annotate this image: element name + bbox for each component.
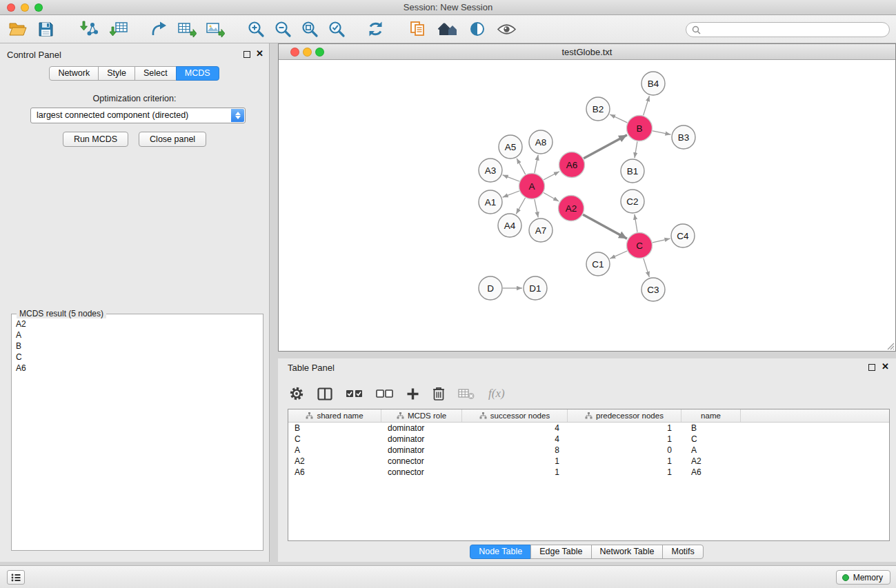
cell-shared-name[interactable]: A2 — [288, 456, 381, 466]
graphics-details-icon[interactable] — [469, 19, 486, 39]
graph-edge-A-A3[interactable] — [503, 175, 519, 181]
graph-node-C3[interactable]: C3 — [641, 278, 665, 301]
table-row[interactable]: B dominator 4 1 B — [288, 423, 889, 434]
dropdown-stepper-icon[interactable] — [231, 109, 244, 122]
close-panel-icon[interactable]: ✕ — [256, 48, 263, 59]
column-header-shared-name[interactable]: shared name — [288, 409, 381, 422]
graph-node-A1[interactable]: A1 — [479, 190, 502, 214]
graph-node-D1[interactable]: D1 — [524, 276, 547, 300]
list-item[interactable]: A6 — [16, 363, 259, 374]
graph-edge-A-A6[interactable] — [544, 172, 559, 180]
column-header-mcds-role[interactable]: MCDS role — [381, 409, 462, 422]
graph-node-C[interactable]: C — [627, 233, 653, 258]
list-item[interactable]: A2 — [16, 318, 259, 330]
function-builder-button[interactable]: f(x) — [488, 387, 505, 401]
cell-name[interactable]: B — [681, 423, 741, 433]
close-window-button[interactable] — [7, 3, 15, 12]
list-item[interactable]: B — [16, 341, 259, 352]
select-all-icon[interactable] — [346, 383, 363, 404]
minimize-view-button[interactable] — [303, 48, 312, 57]
column-header-successor-nodes[interactable]: successor nodes — [462, 409, 568, 422]
task-history-button[interactable] — [7, 570, 25, 585]
open-file-icon[interactable] — [8, 19, 28, 39]
graph-edge-C-C4[interactable] — [653, 239, 670, 243]
zoom-in-icon[interactable] — [248, 19, 265, 39]
graph-edge-C-C3[interactable] — [644, 258, 650, 277]
save-session-icon[interactable] — [38, 19, 54, 39]
graph-node-A5[interactable]: A5 — [499, 135, 522, 159]
network-window-titlebar[interactable]: testGlobe.txt — [279, 44, 895, 60]
search-input[interactable] — [701, 25, 884, 34]
graph-node-A[interactable]: A — [519, 174, 545, 199]
cell-mcds-role[interactable]: connector — [381, 467, 462, 477]
first-neighbors-icon[interactable] — [409, 19, 426, 39]
cell-mcds-role[interactable]: dominator — [381, 434, 462, 444]
close-panel-button[interactable]: Close panel — [139, 132, 206, 147]
network-graph[interactable]: B4B2BB3A8A5A6A3B1AC2A1A2A4A7C4CC1C3DD1 — [279, 61, 895, 351]
close-view-button[interactable] — [290, 48, 299, 57]
graph-node-A6[interactable]: A6 — [559, 152, 585, 178]
tab-edge-table[interactable]: Edge Table — [530, 545, 591, 559]
cell-predecessor-nodes[interactable]: 0 — [568, 445, 681, 455]
graph-node-B3[interactable]: B3 — [672, 125, 695, 149]
minimize-window-button[interactable] — [21, 3, 29, 12]
graph-edge-C-C2[interactable] — [635, 214, 637, 232]
cell-successor-nodes[interactable]: 1 — [462, 467, 568, 477]
graph-edge-B-B2[interactable] — [610, 114, 627, 123]
columns-icon[interactable] — [317, 383, 332, 404]
graph-edge-C-C1[interactable] — [610, 251, 627, 258]
graph-node-A4[interactable]: A4 — [498, 214, 521, 237]
table-row[interactable]: A2 connector 1 1 A2 — [288, 456, 889, 467]
cell-name[interactable]: A — [681, 445, 741, 455]
delete-column-icon[interactable] — [458, 383, 475, 404]
graph-node-B[interactable]: B — [627, 116, 653, 141]
cell-successor-nodes[interactable]: 8 — [462, 445, 568, 455]
cell-successor-nodes[interactable]: 4 — [462, 434, 568, 444]
export-network-icon[interactable] — [150, 19, 168, 39]
graph-edge-A-A5[interactable] — [517, 159, 526, 174]
table-row[interactable]: A6 connector 1 1 A6 — [288, 467, 889, 478]
cell-predecessor-nodes[interactable]: 1 — [568, 467, 681, 477]
list-item[interactable]: A — [16, 330, 259, 341]
tab-network[interactable]: Network — [49, 66, 99, 81]
zoom-out-icon[interactable] — [275, 19, 292, 39]
cell-name[interactable]: C — [681, 434, 741, 444]
cell-shared-name[interactable]: C — [288, 434, 381, 444]
close-table-panel-icon[interactable]: ✕ — [882, 361, 889, 372]
graph-node-A8[interactable]: A8 — [529, 130, 552, 154]
graph-node-C4[interactable]: C4 — [671, 224, 695, 247]
maximize-view-button[interactable] — [315, 48, 324, 57]
graph-node-A7[interactable]: A7 — [529, 219, 552, 242]
graph-node-C1[interactable]: C1 — [586, 252, 610, 276]
list-item[interactable]: C — [16, 352, 259, 363]
apply-layout-icon[interactable] — [367, 19, 384, 39]
cell-predecessor-nodes[interactable]: 1 — [568, 456, 681, 466]
cell-predecessor-nodes[interactable]: 1 — [568, 423, 681, 433]
trash-icon[interactable] — [432, 383, 445, 404]
cell-successor-nodes[interactable]: 4 — [462, 423, 568, 433]
tab-node-table[interactable]: Node Table — [470, 545, 531, 559]
maximize-window-button[interactable] — [34, 3, 43, 12]
search-field[interactable] — [686, 22, 890, 37]
run-mcds-button[interactable]: Run MCDS — [63, 132, 128, 147]
cell-mcds-role[interactable]: connector — [381, 456, 462, 466]
eye-icon[interactable] — [497, 19, 517, 39]
graph-node-D[interactable]: D — [479, 276, 502, 300]
tab-motifs[interactable]: Motifs — [662, 545, 703, 559]
graph-node-A2[interactable]: A2 — [559, 196, 584, 221]
graph-edge-B-B4[interactable] — [644, 96, 650, 115]
graph-node-B2[interactable]: B2 — [586, 97, 610, 121]
graph-edge-A2-C[interactable] — [583, 214, 627, 239]
home-icon[interactable] — [437, 19, 458, 39]
criterion-dropdown[interactable]: largest connected component (directed) — [30, 108, 246, 123]
network-canvas[interactable]: B4B2BB3A8A5A6A3B1AC2A1A2A4A7C4CC1C3DD1 — [279, 61, 895, 351]
graph-node-B1[interactable]: B1 — [621, 159, 644, 183]
cell-predecessor-nodes[interactable]: 1 — [568, 434, 681, 444]
cell-shared-name[interactable]: A — [288, 445, 381, 455]
column-header-predecessor-nodes[interactable]: predecessor nodes — [568, 409, 681, 422]
graph-edge-A-A2[interactable] — [544, 193, 559, 202]
column-header-name[interactable]: name — [681, 409, 741, 422]
deselect-all-icon[interactable] — [376, 383, 393, 404]
resize-grip[interactable] — [886, 342, 895, 350]
float-table-panel-icon[interactable] — [868, 364, 875, 371]
